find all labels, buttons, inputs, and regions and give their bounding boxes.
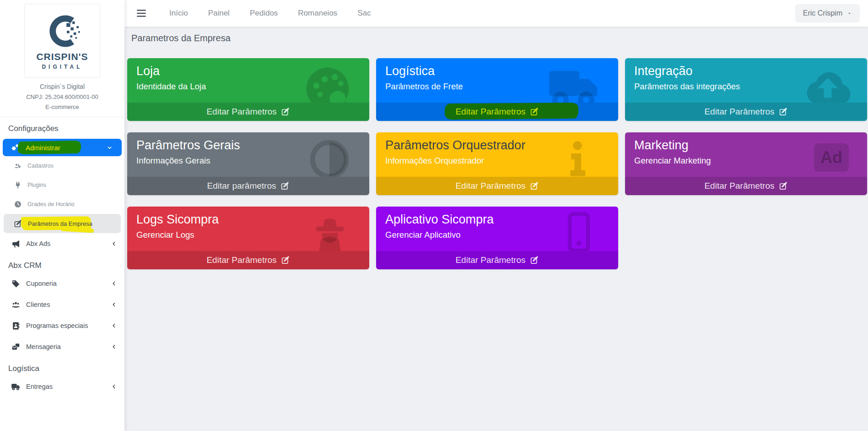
users-gear-icon: [14, 162, 22, 170]
edit-icon: [281, 256, 290, 265]
edit-parameters-button[interactable]: Editar Parâmetros: [376, 177, 618, 195]
nav-link-inicio[interactable]: Início: [169, 9, 188, 18]
edit-icon: [530, 107, 539, 116]
card-parametros-orquestrador: Parâmetros Orquestrador Informações Orqu…: [376, 132, 618, 195]
edit-parameters-label: Editar Parâmetros: [704, 107, 774, 117]
parameter-cards-grid: Loja Identidade da Loja Editar Parâmetro…: [127, 58, 867, 269]
edit-parameters-label: Editar Parâmetros: [206, 107, 276, 117]
card-logs-sicompra: Logs Sicompra Gerenciar Logs Editar Parâ…: [127, 207, 369, 269]
chevron-left-icon: [111, 240, 117, 247]
sidebar-item-label: Cadastros: [27, 163, 54, 169]
edit-parameters-label: Editar Parâmetros: [704, 181, 774, 191]
sidebar-item-cadastros[interactable]: Cadastros: [0, 156, 124, 175]
palette-icon: [302, 64, 353, 103]
ad-icon-label: Ad: [820, 148, 842, 167]
spy-icon: [306, 210, 354, 251]
adjust-icon: [306, 136, 353, 177]
nav-link-painel[interactable]: Painel: [208, 9, 230, 18]
logo-wordmark: CRISPIN'S: [36, 51, 88, 62]
clock-icon: [14, 200, 22, 208]
company-name: Crispin´s Digital: [0, 83, 124, 90]
chevron-left-icon: [111, 280, 117, 287]
plug-icon: [14, 181, 22, 189]
nav-link-sac[interactable]: Sac: [357, 9, 371, 18]
edit-parameters-button[interactable]: Editar Parâmetros: [376, 251, 618, 269]
company-logo: CRISPIN'S DIGITAL: [24, 4, 100, 78]
address-book-icon: [11, 321, 21, 331]
mobile-icon: [556, 209, 602, 251]
sidebar-item-grades-de-horario[interactable]: Grades de Horário: [0, 195, 124, 214]
nav-link-pedidos[interactable]: Pedidos: [250, 9, 278, 18]
menu-icon[interactable]: [135, 7, 147, 19]
info-icon: [555, 137, 600, 177]
edit-parameters-button[interactable]: Editar Parâmetros: [625, 177, 867, 195]
sidebar-item-cuponeria[interactable]: Cuponeria: [0, 273, 124, 294]
edit-icon: [779, 107, 788, 116]
logo-wordmark-sub: DIGITAL: [42, 64, 82, 70]
sidebar-item-administrar[interactable]: Administrar: [3, 139, 122, 156]
topbar: Início Painel Pedidos Romaneios Sac Eric…: [124, 0, 868, 27]
sidebar-item-clientes[interactable]: Clientes: [0, 294, 124, 315]
user-menu-button[interactable]: Eric Crispim: [795, 4, 860, 22]
nav-link-romaneios[interactable]: Romaneios: [298, 9, 337, 18]
edit-icon: [779, 181, 788, 191]
chevron-left-icon: [111, 322, 117, 329]
sidebar-item-label: Clientes: [26, 301, 50, 308]
card-marketing: Marketing Gerenciar Marketing Ad Editar …: [625, 132, 867, 195]
chevron-left-icon: [111, 383, 117, 390]
sidebar-section-logistica: Logística: [0, 357, 124, 376]
sidebar-section-abx-crm: Abx CRM: [0, 254, 124, 273]
card-logistica: Logística Parâmetros de Frete Editar Par…: [376, 58, 618, 121]
megaphone-icon: [11, 239, 21, 249]
edit-icon: [530, 181, 539, 191]
sidebar-item-label: Administrar: [26, 144, 60, 152]
users-icon: [11, 300, 21, 310]
sidebar-item-entregas[interactable]: Entregas: [0, 376, 124, 397]
edit-parameters-button[interactable]: Editar Parâmetros: [625, 103, 867, 121]
edit-parameters-label: Editar Parâmetros: [455, 255, 525, 265]
sidebar-section-configuracoes: Configurações: [0, 117, 124, 136]
card-body: Marketing Gerenciar Marketing Ad: [625, 132, 867, 177]
edit-parameters-label: Editar Parâmetros: [206, 255, 276, 265]
chevron-down-icon: [107, 145, 113, 151]
card-body: Aplicativo Sicompra Gerenciar Aplicativo: [376, 207, 618, 251]
edit-parameters-button[interactable]: Editar parâmetros: [127, 177, 369, 195]
card-body: Parâmetros Gerais Informações Gerais: [127, 132, 369, 177]
edit-icon: [530, 256, 539, 265]
tag-icon: [11, 279, 21, 289]
sidebar-item-label: Grades de Horário: [27, 201, 75, 207]
caret-down-icon: [847, 11, 852, 16]
company-segment: E-commerce: [0, 104, 124, 110]
edit-parameters-button[interactable]: Editar Parâmetros: [127, 103, 369, 121]
card-body: Logística Parâmetros de Frete: [376, 58, 618, 103]
edit-parameters-label: Editar Parâmetros: [455, 107, 525, 117]
sidebar: CRISPIN'S DIGITAL Crispin´s Digital CNPJ…: [0, 0, 124, 431]
card-loja: Loja Identidade da Loja Editar Parâmetro…: [127, 58, 369, 121]
edit-parameters-label: Editar Parâmetros: [455, 181, 525, 191]
crispins-logo-icon: [41, 12, 83, 50]
edit-parameters-button[interactable]: Editar Parâmetros: [376, 103, 618, 121]
sidebar-item-parametros-da-empresa[interactable]: Parâmetros da Empresa: [4, 214, 121, 233]
sidebar-item-label: Cuponeria: [26, 280, 57, 287]
edit-parameters-button[interactable]: Editar Parâmetros: [127, 251, 369, 269]
truck-icon: [11, 382, 21, 392]
card-body: Loja Identidade da Loja: [127, 58, 369, 103]
sidebar-item-programas-especiais[interactable]: Programas especiais: [0, 315, 124, 336]
sidebar-item-label: Abx Ads: [26, 240, 50, 247]
card-aplicativo-sicompra: Aplicativo Sicompra Gerenciar Aplicativo…: [376, 207, 618, 269]
page-title: Parametros da Empresa: [131, 33, 231, 44]
sidebar-item-plugins[interactable]: Plugins: [0, 175, 124, 195]
card-integracao: Integração Parâmetros das integrações Ed…: [625, 58, 867, 121]
edit-icon: [281, 107, 290, 116]
sidebar-item-label: Plugins: [27, 182, 46, 188]
sidebar-item-label: Mensageria: [26, 343, 61, 350]
edit-parameters-label: Editar parâmetros: [207, 181, 276, 191]
truck-icon: [544, 60, 604, 103]
user-name: Eric Crispim: [803, 9, 842, 17]
card-body: Integração Parâmetros das integrações: [625, 58, 867, 103]
sidebar-item-abx-ads[interactable]: Abx Ads: [0, 233, 124, 254]
edit-icon: [280, 181, 290, 191]
sidebar-item-mensageria[interactable]: Mensageria: [0, 336, 124, 357]
ad-icon: Ad: [814, 143, 849, 172]
card-parametros-gerais: Parâmetros Gerais Informações Gerais Edi…: [127, 132, 369, 195]
